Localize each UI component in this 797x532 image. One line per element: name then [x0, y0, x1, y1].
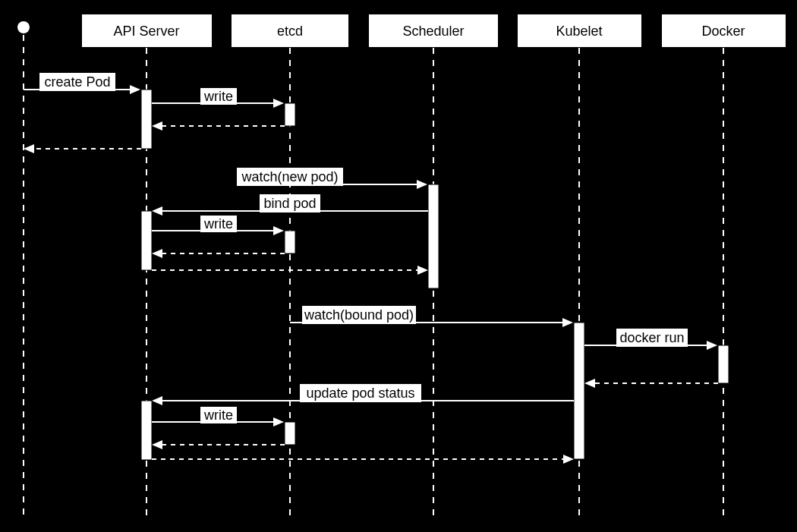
actor-dot: [17, 21, 30, 33]
msg-create-pod: create Pod: [44, 74, 110, 90]
participant-api-server-label: API Server: [113, 24, 179, 39]
msg-watch-bound: watch(bound pod): [304, 307, 414, 323]
participant-docker-label: Docker: [701, 24, 745, 39]
participant-scheduler-label: Scheduler: [402, 24, 464, 39]
participant-kubelet-label: Kubelet: [556, 24, 602, 39]
msg-write3: write: [203, 408, 233, 423]
activation-docker: [718, 345, 729, 383]
activation-scheduler: [428, 184, 439, 288]
msg-docker-run: docker run: [619, 330, 684, 345]
msg-bind-pod: bind pod: [263, 196, 316, 211]
msg-write2: write: [203, 216, 233, 231]
activation-api-2: [141, 211, 152, 270]
msg-watch-new: watch(new pod): [241, 169, 338, 184]
msg-update-status: update pod status: [306, 386, 414, 401]
activation-api-3: [141, 401, 152, 460]
activation-etcd-1: [285, 103, 295, 126]
activation-api-1: [141, 90, 152, 149]
msg-write1: write: [203, 89, 233, 104]
sequence-diagram: API Server etcd Scheduler Kubelet Docker…: [0, 0, 797, 532]
activation-kubelet: [574, 323, 584, 459]
participant-etcd-label: etcd: [277, 24, 303, 39]
activation-etcd-3: [285, 422, 295, 445]
activation-etcd-2: [285, 231, 295, 253]
